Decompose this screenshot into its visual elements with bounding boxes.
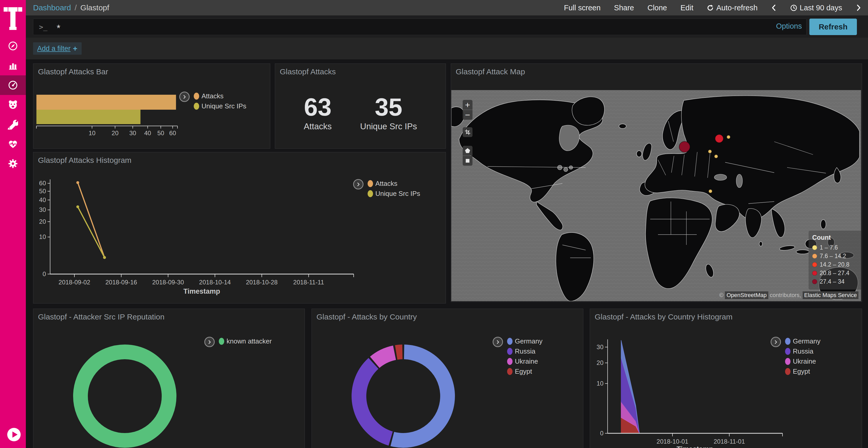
options-link[interactable]: Options [776,22,802,30]
legend-item-germany[interactable]: Germany [507,338,542,345]
map-legend-dot [812,271,817,276]
x-axis-tick-label: 20 [112,130,119,137]
time-picker-button[interactable]: Last 90 days [790,4,842,12]
sidebar-item-dev-tools[interactable] [0,114,26,134]
legend-toggle-button[interactable] [204,337,215,347]
breadcrumb-separator: / [75,3,77,12]
map-control-group: +− [463,100,472,120]
openstreetmap-link[interactable]: OpenStreetMap [725,291,768,299]
sidebar-item-discover[interactable] [0,36,26,56]
data-point-attacks[interactable] [76,181,79,184]
sidebar-item-dashboard[interactable] [0,75,26,95]
map-marker-germany[interactable] [679,141,690,152]
top-menu: Full screenShareCloneEditAuto-refreshLas… [564,4,861,12]
legend-dot [194,93,199,100]
legend-dot [785,338,790,345]
telekom-logo-icon[interactable] [4,6,22,31]
map-bounding-box-filter-button[interactable] [463,127,472,137]
legend-item-egypt[interactable]: Egypt [507,368,542,375]
legend-dot [368,180,373,187]
donut-slice-known-attacker[interactable] [81,352,169,441]
sidebar-nav [0,36,26,173]
legend-item-attacks[interactable]: Attacks [194,92,246,100]
metric-value: 63 [304,95,332,119]
filter-bar: Add a filter + [26,38,868,60]
time-picker-label: Last 90 days [800,4,842,12]
attack-map[interactable]: +−Count1 – 7.67.6 – 14.214.2 – 20.820.8 … [451,90,861,301]
x-axis-tick-label: 10 [89,130,96,137]
sidebar-item-tpot[interactable] [0,95,26,114]
donut-slice-ukraine[interactable] [375,353,395,362]
donut-slice-egypt[interactable] [396,352,402,352]
panel-title: Glastopf Attacks [280,67,336,76]
donut-slice-russia[interactable] [359,364,391,439]
x-axis-label: Timestamp [677,445,713,448]
legend-item-egypt[interactable]: Egypt [785,368,820,375]
map-legend-dot [812,279,817,284]
time-next-button[interactable] [856,4,861,11]
sidebar [0,0,26,448]
map-draw-polygon-button[interactable] [463,146,472,156]
menu-item-clone[interactable]: Clone [647,4,667,12]
x-axis-tick-label: 2018-10-28 [246,279,278,286]
donut-slice-germany[interactable] [393,352,448,441]
legend-items: known attacker [219,337,272,347]
expand-sidebar-button[interactable] [7,427,21,442]
query-text: * [57,23,60,34]
metric-value: 35 [375,95,402,119]
legend-item-known-attacker[interactable]: known attacker [219,338,272,345]
menu-item-auto-refresh[interactable]: Auto-refresh [707,4,758,12]
data-point-unique-src-ips[interactable] [76,205,79,208]
bar-attacks[interactable] [36,95,176,110]
refresh-button[interactable]: Refresh [809,19,857,35]
map-legend-item: 27.4 – 34 [812,277,861,286]
bear-icon [7,99,19,110]
y-axis-tick-label: 60 [39,180,46,186]
map-marker-dot[interactable] [714,154,718,158]
map-marker-dot[interactable] [727,135,730,139]
legend-item-ukraine[interactable]: Ukraine [507,358,542,365]
menu-item-full-screen[interactable]: Full screen [564,4,601,12]
legend-toggle-button[interactable] [179,92,190,102]
legend-dot [785,348,790,355]
legend-toggle-button[interactable] [493,337,503,347]
map-draw-rectangle-button[interactable] [463,156,472,166]
legend-item-germany[interactable]: Germany [785,338,820,345]
menu-item-edit[interactable]: Edit [680,4,693,12]
sidebar-item-management[interactable] [0,154,26,173]
map-zoom-out-button[interactable]: − [463,110,472,120]
map-marker-dot[interactable] [708,150,712,153]
legend-dot [785,358,790,365]
x-axis-tick-label: 40 [144,130,151,137]
add-filter-link[interactable]: Add a filter [37,45,70,53]
legend-item-unique-src-ips[interactable]: Unique Src IPs [194,102,246,110]
legend-items: GermanyRussiaUkraineEgypt [507,337,542,375]
legend-item-ukraine[interactable]: Ukraine [785,358,820,365]
data-point-unique-src-ips[interactable] [103,256,106,259]
legend-item-unique-src-ips[interactable]: Unique Src IPs [368,190,420,197]
time-prev-button[interactable] [771,4,777,11]
map-legend: Count1 – 7.67.6 – 14.214.2 – 20.820.8 – … [809,231,861,289]
legend-label: Egypt [515,368,532,376]
sidebar-item-monitoring[interactable] [0,134,26,154]
map-legend-title: Count [812,234,861,241]
menu-item-share[interactable]: Share [614,4,634,12]
legend-item-attacks[interactable]: Attacks [368,180,420,187]
map-marker-dot[interactable] [709,189,712,193]
legend-item-russia[interactable]: Russia [785,348,820,355]
map-marker-russia[interactable] [715,134,723,143]
panel-title: Glastopf Attack Map [456,67,525,76]
legend-toggle-button[interactable] [771,337,781,347]
bar-unique-src-ips[interactable] [36,110,141,124]
elastic-maps-service-link[interactable]: Elastic Maps Service [803,291,859,299]
legend-label: Ukraine [793,357,816,366]
legend-item-russia[interactable]: Russia [507,348,542,355]
legend-label: Attacks [375,180,397,187]
legend-toggle-button[interactable] [353,179,364,189]
sidebar-item-visualize[interactable] [0,56,26,75]
breadcrumb-dashboard-link[interactable]: Dashboard [33,3,71,12]
add-filter-button[interactable]: Add a filter + [33,42,82,55]
search-input[interactable]: >_ * [33,19,807,35]
map-zoom-in-button[interactable]: + [463,100,472,110]
legend-dot [368,190,373,197]
